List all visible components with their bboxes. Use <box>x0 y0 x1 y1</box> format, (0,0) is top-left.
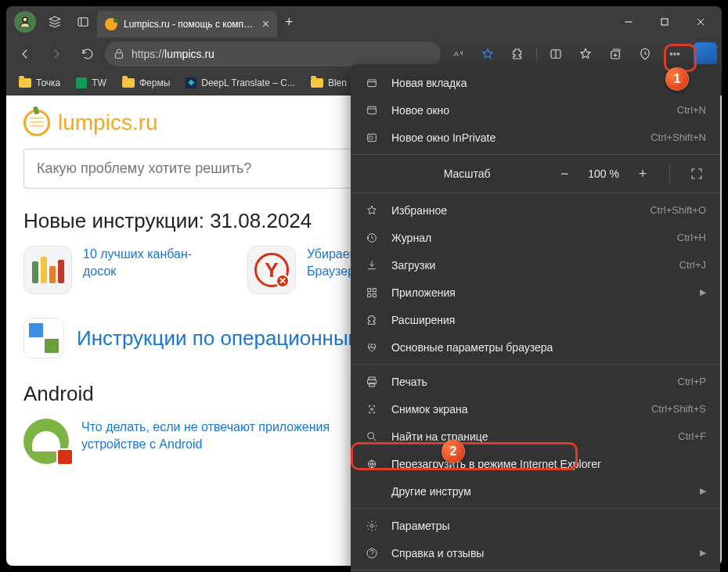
screenshot-icon <box>365 403 379 416</box>
apps-icon <box>365 286 379 299</box>
tab-title: Lumpics.ru - помощь с компьюте <box>124 19 256 30</box>
folder-icon <box>311 78 323 88</box>
menu-find[interactable]: Найти на страницеCtrl+F <box>351 423 720 450</box>
site-info-icon[interactable] <box>113 48 125 60</box>
svg-point-15 <box>674 53 676 55</box>
svg-rect-24 <box>368 288 371 291</box>
svg-rect-17 <box>368 80 377 87</box>
menu-ie-mode[interactable]: Перезагрузить в режиме Internet Explorer <box>351 450 720 477</box>
site-logo-icon <box>23 110 50 136</box>
zoom-value: 100 % <box>588 167 619 180</box>
svg-point-32 <box>368 432 374 438</box>
menu-apps[interactable]: Приложения▶ <box>351 279 720 306</box>
window-maximize[interactable] <box>647 6 683 38</box>
svg-point-31 <box>371 408 373 410</box>
menu-browser-essentials[interactable]: Основные параметры браузера <box>351 333 720 361</box>
bookmark-item[interactable]: Фермы <box>116 74 176 92</box>
search-icon <box>365 430 379 443</box>
svg-rect-30 <box>369 383 375 387</box>
menu-zoom: Масштаб − 100 % + <box>351 158 720 189</box>
refresh-button[interactable] <box>74 40 102 68</box>
menu-new-tab[interactable]: Новая вкладка <box>351 69 720 96</box>
menu-downloads[interactable]: ЗагрузкиCtrl+J <box>351 251 720 279</box>
history-icon <box>365 232 379 244</box>
svg-rect-7 <box>115 53 122 59</box>
svg-point-35 <box>370 524 373 527</box>
svg-point-16 <box>677 53 679 55</box>
inprivate-icon <box>365 131 379 144</box>
profile-avatar[interactable] <box>14 11 36 33</box>
ie-icon <box>365 458 379 470</box>
svg-rect-1 <box>78 18 88 27</box>
print-icon <box>365 376 379 388</box>
url-text: https://lumpics.ru <box>132 48 433 60</box>
tab-favicon <box>105 18 117 31</box>
menu-new-window[interactable]: Новое окноCtrl+N <box>351 96 720 124</box>
titlebar: Lumpics.ru - помощь с компьюте × + <box>6 6 722 38</box>
svg-rect-26 <box>368 293 371 297</box>
window-minimize[interactable] <box>611 6 647 38</box>
svg-rect-22 <box>369 136 373 139</box>
tab-actions-icon[interactable] <box>69 8 97 36</box>
menu-print[interactable]: ПечатьCtrl+P <box>351 368 720 395</box>
back-button[interactable] <box>11 40 39 68</box>
svg-point-0 <box>23 17 27 22</box>
folder-icon <box>122 78 135 88</box>
window-close[interactable] <box>683 6 719 38</box>
gear-icon <box>365 520 379 532</box>
heart-pulse-icon <box>365 341 379 354</box>
workspaces-icon[interactable] <box>41 8 69 36</box>
folder-icon <box>19 78 31 88</box>
article-link[interactable]: Что делать, если не отвечают приложения … <box>81 419 363 452</box>
annotation-badge-1: 1 <box>665 67 689 91</box>
main-menu: Новая вкладка Новое окноCtrl+N Новое окн… <box>351 64 720 572</box>
address-bar[interactable]: https://lumpics.ru <box>105 41 441 67</box>
svg-point-14 <box>670 53 672 55</box>
svg-rect-25 <box>373 288 376 291</box>
svg-rect-27 <box>373 293 376 297</box>
menu-favorites[interactable]: ИзбранноеCtrl+Shift+O <box>351 196 720 224</box>
kanban-icon <box>23 246 72 294</box>
bookmark-item[interactable]: Blen <box>305 74 353 92</box>
article-link[interactable]: 10 лучших канбан-досок <box>83 246 224 279</box>
annotation-badge-2: 2 <box>441 440 465 463</box>
zoom-out-button[interactable]: − <box>555 164 574 183</box>
sheets-icon <box>76 77 87 88</box>
svg-text:A: A <box>454 50 460 58</box>
deepl-icon <box>186 77 196 88</box>
svg-line-33 <box>373 438 376 441</box>
bookmark-item[interactable]: Точка <box>13 74 67 92</box>
new-tab-button[interactable]: + <box>285 14 294 31</box>
new-tab-icon <box>365 77 379 89</box>
zoom-in-button[interactable]: + <box>633 164 652 183</box>
fullscreen-button[interactable] <box>687 164 706 183</box>
forward-button <box>42 40 70 68</box>
menu-help[interactable]: Справка и отзывы▶ <box>351 539 720 567</box>
svg-rect-19 <box>368 106 377 113</box>
menu-extensions[interactable]: Расширения <box>351 306 720 333</box>
article-card[interactable]: 10 лучших канбан-досок <box>23 246 224 294</box>
bookmark-item[interactable]: DeepL Translate – С... <box>179 74 301 92</box>
menu-inprivate[interactable]: Новое окно InPrivateCtrl+Shift+N <box>351 124 720 151</box>
puzzle-icon <box>365 314 379 326</box>
star-icon <box>365 204 379 217</box>
site-logo-text[interactable]: lumpics.ru <box>58 110 158 135</box>
bookmark-item[interactable]: TW <box>70 74 113 92</box>
tab-close-button[interactable]: × <box>262 17 269 31</box>
window-icon <box>365 104 379 117</box>
copilot-button[interactable] <box>694 42 717 66</box>
svg-rect-4 <box>661 19 668 25</box>
os-icon <box>23 318 64 358</box>
menu-more-tools[interactable]: Другие инструм▶ <box>351 477 720 505</box>
download-icon <box>365 259 379 272</box>
menu-settings[interactable]: Параметры <box>351 512 720 539</box>
menu-screenshot[interactable]: Снимок экранаCtrl+Shift+S <box>351 395 720 423</box>
menu-history[interactable]: ЖурналCtrl+H <box>351 224 720 251</box>
yandex-icon: Y✕ <box>247 246 296 294</box>
android-icon <box>23 419 69 464</box>
help-icon <box>365 547 379 559</box>
browser-tab[interactable]: Lumpics.ru - помощь с компьюте × <box>97 11 277 38</box>
